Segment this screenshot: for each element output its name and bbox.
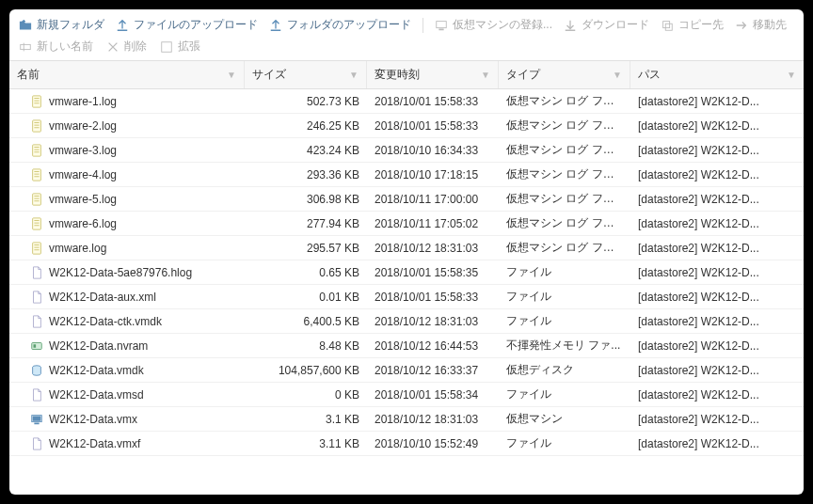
cell-name: vmware-5.log (9, 193, 245, 206)
cell-type: 仮想マシン ログ ファ... (499, 166, 630, 182)
cell-size: 306.98 KB (245, 193, 367, 206)
filter-icon[interactable]: ▼ (787, 70, 796, 80)
file-name: W2K12-Data-aux.xml (49, 291, 156, 304)
new-folder-button[interactable]: 新規フォルダ (19, 17, 104, 33)
svg-rect-7 (33, 119, 41, 131)
log-file-icon (30, 193, 43, 206)
rename-icon (19, 40, 32, 54)
table-row[interactable]: vmware-2.log246.25 KB2018/10/01 15:58:33… (9, 114, 804, 138)
table-row[interactable]: vmware-5.log306.98 KB2018/10/11 17:00:00… (9, 187, 804, 212)
download-button[interactable]: ダウンロード (564, 17, 649, 33)
move-to-button[interactable]: 移動先 (735, 17, 787, 33)
cell-name: W2K12-Data-5ae87976.hlog (9, 266, 245, 279)
column-header-path[interactable]: パス ▼ (630, 61, 804, 88)
table-row[interactable]: vmware.log295.57 KB2018/10/12 18:31:03仮想… (9, 236, 804, 260)
column-header-name-label: 名前 (17, 67, 40, 83)
cell-path: [datastore2] W2K12-D... (630, 217, 804, 230)
cell-name: W2K12-Data.vmdk (9, 364, 245, 377)
file-list[interactable]: vmware-1.log502.73 KB2018/10/01 15:58:33… (9, 89, 804, 495)
file-name: vmware-2.log (49, 119, 117, 133)
file-name: W2K12-Data.vmxf (49, 437, 140, 450)
rename-button[interactable]: 新しい名前 (19, 39, 93, 55)
table-row[interactable]: W2K12-Data.nvram8.48 KB2018/10/12 16:44:… (9, 334, 804, 358)
table-row[interactable]: vmware-1.log502.73 KB2018/10/01 15:58:33… (9, 89, 804, 114)
cell-path: [datastore2] W2K12-D... (630, 119, 804, 133)
expand-icon (160, 40, 173, 54)
table-row[interactable]: W2K12-Data.vmxf3.11 KB2018/10/10 15:52:4… (9, 432, 804, 456)
upload-file-button[interactable]: ファイルのアップロード (116, 17, 258, 33)
table-row[interactable]: W2K12-Data.vmdk104,857,600 KB2018/10/12 … (9, 358, 804, 383)
log-file-icon (30, 95, 43, 108)
table-row[interactable]: vmware-3.log423.24 KB2018/10/10 16:34:33… (9, 138, 804, 163)
copy-icon (661, 19, 674, 32)
table-row[interactable]: vmware-6.log277.94 KB2018/10/11 17:05:02… (9, 212, 804, 236)
cell-type: 仮想マシン ログ ファ... (499, 215, 630, 231)
table-row[interactable]: W2K12-Data-aux.xml0.01 KB2018/10/01 15:5… (9, 285, 804, 309)
svg-rect-8 (33, 144, 41, 155)
cell-type: 仮想マシン ログ ファ... (499, 240, 630, 256)
cell-size: 6,400.5 KB (245, 315, 367, 328)
table-row[interactable]: W2K12-Data.vmsd0 KB2018/10/01 15:58:34ファ… (9, 383, 804, 407)
filter-icon[interactable]: ▼ (481, 70, 490, 80)
cell-name: W2K12-Data.vmxf (9, 437, 245, 450)
cell-path: [datastore2] W2K12-D... (630, 193, 804, 206)
file-file-icon (30, 291, 43, 304)
svg-rect-5 (162, 41, 172, 52)
cell-type: ファイル (499, 386, 630, 402)
cell-name: vmware.log (9, 242, 245, 255)
copy-to-button[interactable]: コピー先 (661, 17, 724, 33)
column-header-name[interactable]: 名前 ▼ (9, 61, 245, 88)
cell-modified: 2018/10/12 18:31:03 (367, 413, 499, 426)
log-file-icon (30, 217, 43, 230)
cell-size: 8.48 KB (245, 339, 367, 353)
filter-icon[interactable]: ▼ (349, 70, 359, 80)
cell-name: vmware-3.log (9, 144, 245, 157)
column-header-size[interactable]: サイズ ▼ (245, 61, 367, 88)
expand-button[interactable]: 拡張 (160, 39, 200, 55)
cell-type: 仮想マシン (499, 411, 630, 427)
cell-size: 0 KB (245, 388, 367, 402)
cell-modified: 2018/10/10 17:18:15 (367, 168, 499, 181)
file-file-icon (30, 315, 43, 328)
cell-path: [datastore2] W2K12-D... (630, 291, 804, 304)
cell-modified: 2018/10/01 15:58:33 (367, 291, 499, 304)
cell-name: W2K12-Data.nvram (9, 339, 245, 353)
column-header-type-label: タイプ (506, 67, 540, 83)
table-row[interactable]: W2K12-Data-ctk.vmdk6,400.5 KB2018/10/12 … (9, 309, 804, 334)
file-name: W2K12-Data.vmsd (49, 388, 144, 402)
cell-type: 仮想マシン ログ ファ... (499, 142, 630, 158)
column-header-modified[interactable]: 変更時刻 ▼ (367, 61, 499, 88)
filter-icon[interactable]: ▼ (227, 70, 236, 80)
cell-path: [datastore2] W2K12-D... (630, 242, 804, 255)
table-header-row: 名前 ▼ サイズ ▼ 変更時刻 ▼ タイプ ▼ パス ▼ (9, 60, 804, 89)
delete-button[interactable]: 削除 (106, 39, 147, 55)
svg-rect-18 (34, 422, 39, 424)
delete-icon (106, 40, 120, 54)
upload-icon (269, 19, 282, 32)
cell-modified: 2018/10/12 18:31:03 (367, 315, 499, 328)
cell-path: [datastore2] W2K12-D... (630, 388, 804, 402)
file-name: vmware-5.log (49, 193, 117, 206)
file-name: vmware-3.log (49, 144, 117, 157)
log-file-icon (30, 168, 43, 181)
file-name: W2K12-Data.vmdk (49, 364, 144, 377)
register-vm-button[interactable]: 仮想マシンの登録... (435, 17, 552, 33)
table-row[interactable]: vmware-4.log293.36 KB2018/10/10 17:18:15… (9, 163, 804, 187)
cell-type: 不揮発性メモリ ファ... (499, 338, 630, 354)
file-name: W2K12-Data.nvram (49, 339, 148, 353)
upload-folder-button[interactable]: フォルダのアップロード (269, 17, 411, 33)
cell-size: 293.36 KB (245, 168, 367, 181)
table-row[interactable]: W2K12-Data-5ae87976.hlog0.65 KB2018/10/0… (9, 260, 804, 285)
filter-icon[interactable]: ▼ (613, 70, 622, 80)
file-file-icon (30, 388, 43, 402)
svg-rect-1 (438, 28, 443, 30)
cell-path: [datastore2] W2K12-D... (630, 144, 804, 157)
file-name: vmware.log (49, 242, 106, 255)
table-row[interactable]: W2K12-Data.vmx3.1 KB2018/10/12 18:31:03仮… (9, 407, 804, 432)
column-header-type[interactable]: タイプ ▼ (499, 61, 630, 88)
cell-path: [datastore2] W2K12-D... (630, 266, 804, 279)
cell-size: 104,857,600 KB (245, 364, 367, 377)
log-file-icon (30, 144, 43, 157)
cell-type: ファイル (499, 264, 630, 280)
toolbar-primary: 新規フォルダ ファイルのアップロード フォルダのアップロード 仮想マシンの登録.… (9, 9, 804, 37)
